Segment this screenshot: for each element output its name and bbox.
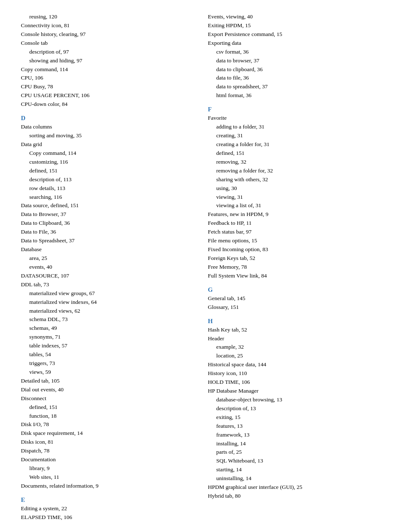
index-entry: parts of, 25 bbox=[208, 448, 378, 457]
index-entry: removing, 32 bbox=[208, 158, 378, 167]
index-entry: DATASOURCE, 107 bbox=[21, 272, 191, 280]
index-entry: showing and hiding, 97 bbox=[21, 57, 191, 65]
index-entry: Hash Key tab, 52 bbox=[208, 326, 378, 334]
index-entry: defined, 151 bbox=[21, 167, 191, 175]
index-entry: Hybrid tab, 80 bbox=[208, 492, 378, 501]
index-entry: framework, 13 bbox=[208, 431, 378, 439]
index-entry: views, 59 bbox=[21, 368, 191, 377]
index-entry: General tab, 145 bbox=[208, 294, 378, 303]
index-entry: Data to File, 36 bbox=[21, 228, 191, 236]
index-entry: Documentation bbox=[21, 455, 191, 464]
index-entry: HP Database Manager bbox=[208, 387, 378, 396]
index-entry: Data columns bbox=[21, 123, 191, 131]
index-entry: materialized view indexes, 64 bbox=[21, 298, 191, 307]
index-entry: Disconnect bbox=[21, 394, 191, 403]
index-entry: searching, 116 bbox=[21, 193, 191, 202]
index-entry: Feedback to HP, 11 bbox=[208, 219, 378, 228]
index-entry: Favorite bbox=[208, 114, 378, 123]
index-entry: Editing a system, 22 bbox=[21, 504, 191, 513]
index-entry: description of, 97 bbox=[21, 48, 191, 57]
index-entry: library, 9 bbox=[21, 464, 191, 473]
index-entry: html format, 36 bbox=[208, 91, 378, 100]
index-entry: reusing, 120 bbox=[21, 13, 191, 21]
index-entry: Connectivity icon, 81 bbox=[21, 21, 191, 30]
index-entry: materialized views, 62 bbox=[21, 307, 191, 316]
index-entry: features, 13 bbox=[208, 422, 378, 431]
index-entry: defined, 151 bbox=[21, 403, 191, 412]
section-letter-h: H bbox=[208, 318, 378, 325]
index-entry: Foreign Keys tab, 52 bbox=[208, 254, 378, 263]
section-letter-g: G bbox=[208, 286, 378, 293]
index-entry: exiting, 15 bbox=[208, 413, 378, 422]
index-entry: tables, 54 bbox=[21, 350, 191, 359]
index-entry: materialized view groups, 67 bbox=[21, 289, 191, 298]
index-entry: Dispatch, 78 bbox=[21, 447, 191, 455]
index-entry: Database bbox=[21, 245, 191, 254]
index-entry: Fetch status bar, 97 bbox=[208, 228, 378, 236]
index-entry: HPDM graphical user interface (GUI), 25 bbox=[208, 483, 378, 492]
index-entry: Header bbox=[208, 334, 378, 343]
index-entry: Dial out events, 40 bbox=[21, 386, 191, 394]
index-entry: creating a folder for, 31 bbox=[208, 140, 378, 149]
index-entry: starting, 14 bbox=[208, 465, 378, 474]
index-entry: installing, 14 bbox=[208, 439, 378, 448]
index-entry: SQL Whiteboard, 13 bbox=[208, 457, 378, 465]
index-entry: area, 25 bbox=[21, 254, 191, 263]
index-entry: File menu options, 15 bbox=[208, 236, 378, 245]
index-entry: data to browser, 37 bbox=[208, 57, 378, 65]
index-entry: Data to Spreadsheet, 37 bbox=[21, 236, 191, 245]
index-entry: creating, 31 bbox=[208, 131, 378, 140]
index-entry: sorting and moving, 35 bbox=[21, 131, 191, 140]
right-column: Events, viewing, 40Exiting HPDM, 15Expor… bbox=[208, 13, 378, 522]
index-entry: CPU Busy, 78 bbox=[21, 82, 191, 91]
index-entry: using, 30 bbox=[208, 184, 378, 193]
index-entry: Copy command, 114 bbox=[21, 149, 191, 158]
index-entry: CPU, 106 bbox=[21, 74, 191, 82]
index-entry: data to clipboard, 36 bbox=[208, 65, 378, 74]
index-entry: Features, new in HPDM, 9 bbox=[208, 210, 378, 219]
left-column: reusing, 120Connectivity icon, 81Console… bbox=[21, 13, 191, 522]
index-entry: adding to a folder, 31 bbox=[208, 123, 378, 131]
index-entry: location, 25 bbox=[208, 352, 378, 360]
index-entry: synonyms, 71 bbox=[21, 333, 191, 342]
index-entry: uninstalling, 14 bbox=[208, 474, 378, 483]
index-entry: Full System View link, 84 bbox=[208, 272, 378, 280]
index-entry: defined, 151 bbox=[208, 149, 378, 158]
index-entry: Data grid bbox=[21, 140, 191, 149]
index-entry: csv format, 36 bbox=[208, 48, 378, 57]
index-entry: CPU-down color, 84 bbox=[21, 100, 191, 109]
index-entry: Disks icon, 81 bbox=[21, 438, 191, 447]
index-entry: sharing with others, 32 bbox=[208, 175, 378, 184]
index-entry: data to spreadsheet, 37 bbox=[208, 82, 378, 91]
index-entry: Data to Browser, 37 bbox=[21, 210, 191, 219]
index-entry: row details, 113 bbox=[21, 184, 191, 193]
index-entry: viewing a list of, 31 bbox=[208, 201, 378, 210]
index-entry: Glossary, 151 bbox=[208, 303, 378, 312]
index-entry: Detailed tab, 105 bbox=[21, 377, 191, 386]
index-entry: Data to Clipboard, 36 bbox=[21, 219, 191, 228]
index-entry: CPU USAGE PERCENT, 106 bbox=[21, 91, 191, 100]
index-entry: Copy command, 114 bbox=[21, 65, 191, 74]
index-entry: description of, 113 bbox=[21, 175, 191, 184]
index-entry: removing a folder for, 32 bbox=[208, 167, 378, 175]
index-entry: Web sites, 11 bbox=[21, 473, 191, 482]
index-entry: Exiting HPDM, 15 bbox=[208, 21, 378, 30]
section-letter-e: E bbox=[21, 496, 191, 504]
index-entry: events, 40 bbox=[21, 263, 191, 272]
index-entry: Exporting data bbox=[208, 39, 378, 48]
index-entry: Console history, clearing, 97 bbox=[21, 30, 191, 39]
index-entry: schemas, 49 bbox=[21, 324, 191, 333]
index-entry: Console tab bbox=[21, 39, 191, 48]
index-entry: triggers, 73 bbox=[21, 359, 191, 368]
section-letter-f: F bbox=[208, 106, 378, 113]
index-entry: HOLD TIME, 106 bbox=[208, 378, 378, 387]
index-entry: viewing, 31 bbox=[208, 193, 378, 202]
index-entry: Fixed Incoming option, 83 bbox=[208, 245, 378, 254]
index-entry: Historical space data, 144 bbox=[208, 360, 378, 369]
index-entry: ELAPSED TIME, 106 bbox=[21, 513, 191, 522]
index-entry: History icon, 110 bbox=[208, 369, 378, 378]
index-entry: DDL tab, 73 bbox=[21, 280, 191, 289]
index-entry: Export Persistence command, 15 bbox=[208, 30, 378, 39]
index-entry: schema DDL, 73 bbox=[21, 315, 191, 324]
index-entry: example, 32 bbox=[208, 343, 378, 352]
